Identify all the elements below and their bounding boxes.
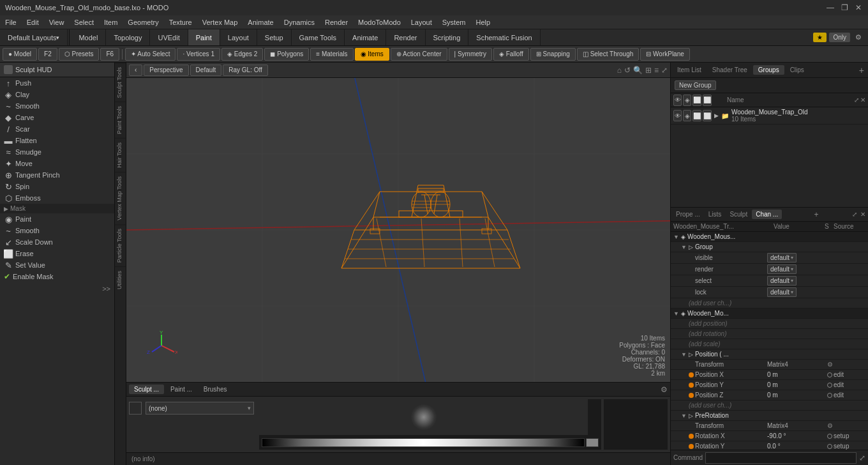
tool-push[interactable]: ↑Push [0,77,114,89]
add-right-tab-button[interactable]: + [857,65,867,75]
viewport-rotate-icon[interactable]: ↺ [624,66,631,75]
props-row[interactable]: Position Y 0 m edit [671,380,868,390]
prop-select[interactable]: default ▾ [767,287,797,297]
symmetry-btn[interactable]: | Symmetry [449,48,492,61]
group-cam-icon[interactable]: ⬜ [703,110,712,121]
add-prop-label[interactable]: (add user ch...) [689,402,731,409]
prop-source-label[interactable]: edit [834,392,844,399]
menu-item-system[interactable]: System [437,15,471,29]
add-prop-label[interactable]: (add scale) [689,340,720,347]
f2-btn[interactable]: F2 [38,48,57,61]
prop-select[interactable]: default ▾ [767,264,797,274]
props-row[interactable]: select default ▾ [671,275,868,287]
vertical-tab-paint-tools[interactable]: Paint Tools [115,102,126,138]
vertices-btn[interactable]: · Vertices 1 [177,48,220,61]
expand-panel-button[interactable]: >> [0,282,114,295]
right-tab-shader-tree[interactable]: Shader Tree [707,65,752,75]
viewport-settings-icon[interactable]: ⊞ [645,66,652,75]
toolbar-tab-render[interactable]: Render [386,29,425,45]
preset-tab-brushes[interactable]: Brushes [198,385,232,394]
workplane-btn[interactable]: ⊟ WorkPlane [640,48,690,61]
menu-item-edit[interactable]: Edit [22,15,44,29]
menu-item-modotomodo[interactable]: ModoToModo [353,15,406,29]
group-item[interactable]: 👁 ◈ ⬜ ⬜ ▶ 📁 Wooden_Mouse_Trap_Old 10 Ite… [671,107,868,125]
vertical-tab-vertex-map-tools[interactable]: Vertex Map Tools [115,172,126,224]
props-row[interactable]: render default ▾ [671,264,868,275]
tool-smooth[interactable]: ~Smooth [0,100,114,112]
tool-move[interactable]: ✦Move [0,158,114,169]
close-groups-btn[interactable]: ✕ [860,96,865,103]
menu-item-help[interactable]: Help [470,15,495,29]
render-icon[interactable]: ◈ [683,95,691,106]
right-tab-groups[interactable]: Groups [753,65,784,75]
menu-item-geometry[interactable]: Geometry [123,15,163,29]
menu-item-vertex-map[interactable]: Vertex Map [197,15,243,29]
add-prop-label[interactable]: (add position) [689,320,728,327]
visibility-icon[interactable]: 👁 [673,95,682,106]
preset-settings-icon[interactable]: ⚙ [661,385,668,394]
tool-clay[interactable]: ◈Clay [0,89,114,100]
new-group-button[interactable]: New Group [675,80,716,90]
toolbar-tab-model[interactable]: Model [71,29,106,45]
toolbar-tab-animate[interactable]: Animate [345,29,386,45]
minimize-button[interactable]: — [826,3,835,12]
props-row[interactable]: lock default ▾ [671,287,868,298]
props-row[interactable]: Position X 0 m edit [671,370,868,380]
toolbar-tab-scripting[interactable]: Scripting [426,29,469,45]
props-row[interactable]: visible default ▾ [671,252,868,264]
camera-icon[interactable]: ⬜ [703,95,712,106]
tool-smudge[interactable]: ≈Smudge [0,146,114,158]
gear-icon[interactable]: ⚙ [853,32,864,43]
items-btn[interactable]: ◉ Items [355,48,389,61]
prop-gear-icon[interactable]: ⚙ [827,361,833,368]
props-tab-sculpt[interactable]: Sculpt [726,210,751,219]
prop-select[interactable]: default ▾ [767,253,797,263]
tool-emboss[interactable]: ⬡Emboss [0,192,114,204]
star-button[interactable]: ★ [813,33,827,42]
preset-tab-sculpt----[interactable]: Sculpt ... [129,385,164,394]
select-through-btn[interactable]: ◫ Select Through [577,48,639,61]
menu-item-select[interactable]: Select [69,15,99,29]
add-props-tab-button[interactable]: + [812,210,821,219]
group-render-icon[interactable]: ◈ [683,110,691,121]
tool-scar[interactable]: /Scar [0,123,114,135]
vertical-tab-utilities[interactable]: Utilities [115,266,126,293]
menu-item-layout[interactable]: Layout [406,15,437,29]
extra-tool-set-value[interactable]: ✎Set Value [0,259,114,271]
prop-select[interactable]: default ▾ [767,276,797,286]
prop-source-label[interactable]: setup [834,443,849,450]
group-vis-icon[interactable]: 👁 [673,110,682,121]
props-row[interactable]: Position Z 0 m edit [671,390,868,400]
toolbar-tab-topology[interactable]: Topology [106,29,150,45]
command-input[interactable] [705,452,857,464]
props-row[interactable]: Transform Matrix4 ⚙ [671,421,868,431]
props-tab-prope----[interactable]: Prope ... [672,210,704,219]
presets-btn[interactable]: ⬡ Presets [59,48,100,61]
props-row[interactable]: Rotation X -90.0 ° setup [671,431,868,441]
auto-select-btn[interactable]: ✦ Auto Select [125,48,176,61]
edges-btn[interactable]: ◈ Edges 2 [221,48,263,61]
preset-dropdown[interactable]: (none) ▾ [146,402,254,415]
preset-tab-paint----[interactable]: Paint ... [165,385,197,394]
maximize-button[interactable]: ❐ [840,3,849,12]
mask-tool-smooth[interactable]: ~Smooth [0,225,114,236]
menu-item-render[interactable]: Render [320,15,353,29]
menu-item-dynamics[interactable]: Dynamics [279,15,320,29]
toolbar-tab-uvedit[interactable]: UVEdit [150,29,188,45]
close-props-button[interactable]: ✕ [859,211,867,218]
tool-flatten[interactable]: ▬Flatten [0,135,114,146]
menu-item-view[interactable]: View [44,15,70,29]
layout-dropdown[interactable]: Default Layouts ▾ [0,29,68,45]
model-btn[interactable]: ● Model [3,48,37,61]
add-prop-label[interactable]: (add rotation) [689,330,726,337]
f6-btn[interactable]: F6 [100,48,119,61]
right-tab-clips[interactable]: Clips [785,65,809,75]
tool-tangent-pinch[interactable]: ⊕Tangent Pinch [0,169,114,181]
tool-spin[interactable]: ↻Spin [0,181,114,192]
vertical-tab-particle-tools[interactable]: Particle Tools [115,224,126,266]
menu-item-texture[interactable]: Texture [164,15,197,29]
toolbar-tab-paint[interactable]: Paint [188,29,220,45]
mask-tool-paint[interactable]: ◉Paint [0,213,114,225]
command-expand-icon[interactable]: ⤢ [859,454,865,462]
expand-groups-btn[interactable]: ⤢ [854,96,859,103]
